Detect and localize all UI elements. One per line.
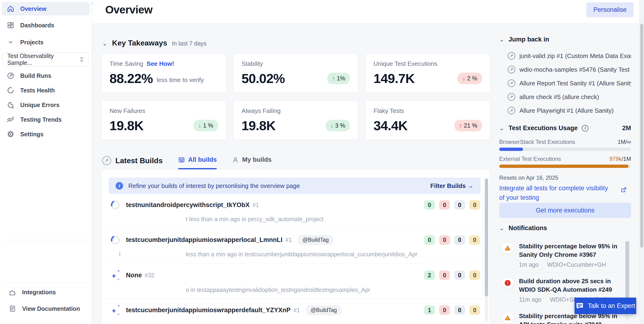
build-wrench-icon xyxy=(508,93,515,101)
trend-badge: ↓3 % xyxy=(326,120,350,131)
build-status-counts: 0 0 0 0 xyxy=(424,200,480,210)
warning-triangle-icon xyxy=(502,242,514,254)
build-name[interactable]: testcucumberjunitdappiumioswrapperdefaul… xyxy=(126,306,290,314)
notification-time: 1m ago xyxy=(519,261,538,268)
talk-to-expert-button[interactable]: Talk to an Expert xyxy=(574,298,636,314)
notifications-title: Notifications xyxy=(508,225,547,232)
sidebar-item-overview[interactable]: Overview xyxy=(2,2,90,16)
key-takeaways-header: ⌄ Key Takeaways In last 7 days xyxy=(102,39,206,47)
usage-header: ⌄ Test Executions Usage i 2M xyxy=(499,124,631,132)
personalise-button[interactable]: Personalise xyxy=(586,2,634,17)
builds-scrollbar-thumb[interactable] xyxy=(485,179,488,296)
sidebar-item-label: Settings xyxy=(20,131,44,138)
metric-label: New Failures xyxy=(110,107,145,115)
tab-label: All builds xyxy=(188,156,217,164)
right-panel: ⌄ Jump back in junit-valid zip #1 (Custo… xyxy=(499,24,631,324)
metric-value: 34.4K xyxy=(374,118,407,133)
failed-count-badge: 0 xyxy=(439,305,450,315)
trend-badge: ↑1% xyxy=(327,73,350,84)
metric-value: 88.22% xyxy=(110,71,153,86)
meter-value: 979k/1M xyxy=(610,156,631,162)
meter-label: BrowserStack Test Executions xyxy=(499,139,575,145)
trend-badge: ↓1 % xyxy=(194,120,218,131)
filter-builds-link[interactable]: Filter Builds → xyxy=(430,182,474,190)
build-tag-badge: @BuildTag xyxy=(306,305,342,315)
latest-builds-panel: i Refine your builds of interest by pers… xyxy=(101,169,490,324)
meter-used: 979k xyxy=(610,156,622,162)
build-running-spinner-icon xyxy=(110,199,121,211)
build-name[interactable]: testcucumberjunitdappiumioswrapperlocal_… xyxy=(126,236,282,244)
project-selector[interactable]: Test Observability Sample... xyxy=(3,52,89,67)
passed-count-badge: 0 xyxy=(424,235,435,245)
metric-card-unique-test-executions: Unique Test Executions 149.7K ↓2 % xyxy=(365,53,490,93)
usage-total: 2M xyxy=(622,124,631,132)
metric-card-always-failing: Always Failing 19.8K ↓3 % xyxy=(233,100,358,140)
jump-back-item[interactable]: allure check #5 (allure check) xyxy=(508,90,631,104)
sidebar-item-label: Overview xyxy=(20,6,46,12)
sidebar-section-projects[interactable]: Projects xyxy=(2,35,90,49)
sidebar: Overview Dashboards Projects Test Observ… xyxy=(0,0,92,324)
collapse-chevron-icon[interactable]: ⌄ xyxy=(499,124,504,132)
notification-title: Build duration above 25 secs in WDIO SDK… xyxy=(519,277,619,294)
key-takeaways-subtitle: In last 7 days xyxy=(172,40,206,47)
trend-badge: ↓2 % xyxy=(458,73,482,84)
build-name[interactable]: None xyxy=(126,272,142,279)
build-status-counts: 0 0 0 0 xyxy=(424,235,480,245)
sidebar-item-build-runs[interactable]: Build Runs xyxy=(2,69,90,83)
tab-all-builds[interactable]: All builds xyxy=(178,156,217,169)
sidebar-item-testing-trends[interactable]: Testing Trends xyxy=(2,113,90,126)
sidebar-item-unique-errors[interactable]: Unique Errors xyxy=(2,98,90,112)
build-meta: t less than a min ago in percy_sdk_autom… xyxy=(186,216,480,223)
sidebar-item-tests-health[interactable]: Tests Health xyxy=(2,83,90,97)
builds-scrollbar xyxy=(485,178,488,322)
metric-label: Time Saving xyxy=(110,60,144,67)
usage-meter-row: External Test Executions 979k/1M xyxy=(499,156,631,162)
tab-label: My builds xyxy=(242,156,272,164)
jump-back-item[interactable]: Allure Report Test Sanity #1 (Allure San… xyxy=(508,76,631,90)
build-meta: less than a min ago in testcucumberjunit… xyxy=(186,251,480,258)
integrate-tests-link[interactable]: Integrate all tests for complete visibil… xyxy=(499,184,612,202)
get-more-executions-button[interactable]: Get more executions xyxy=(499,203,631,218)
external-link-icon[interactable] xyxy=(621,187,627,193)
trend-badge: ↑21 % xyxy=(454,120,482,131)
sidebar-item-settings[interactable]: ⚙ Settings xyxy=(2,127,90,141)
info-icon: i xyxy=(116,182,123,190)
passed-count-badge: 2 xyxy=(424,270,435,280)
info-icon[interactable]: i xyxy=(582,125,588,132)
sidebar-item-label: Integrations xyxy=(22,289,56,296)
jump-back-item[interactable]: Allure Playwright #1 (Allure Sanity) xyxy=(508,104,631,117)
tab-my-builds[interactable]: My builds xyxy=(232,156,272,169)
notifications-scrollbar-thumb[interactable] xyxy=(626,241,629,307)
jump-back-item[interactable]: junit-valid zip #1 (Custom Meta Data Exa… xyxy=(508,49,631,63)
sidebar-item-label: Build Runs xyxy=(20,72,51,79)
metric-value: 19.8K xyxy=(110,118,144,133)
sidebar-item-label: Tests Health xyxy=(20,87,55,94)
see-how-link[interactable]: See How! xyxy=(147,60,174,67)
collapse-chevron-icon[interactable]: ⌄ xyxy=(499,225,504,232)
build-row[interactable]: ✦✦✦ None #32 2 0 0 0 o in testappaaaytes… xyxy=(102,264,490,299)
usage-link-row: Integrate all tests for complete visibil… xyxy=(499,184,631,202)
meter-label: External Test Executions xyxy=(499,156,561,162)
skipped-count-badge: 0 xyxy=(454,270,465,280)
notification-item[interactable]: Stability percentage below 95% in Sanity… xyxy=(499,238,631,273)
tests-health-icon xyxy=(6,87,14,94)
page-scrollbar-thumb[interactable] xyxy=(640,24,643,248)
usage-reset-date: Resets on Apr 16, 2025 xyxy=(499,175,631,181)
jump-back-in-header: ⌄ Jump back in xyxy=(499,36,631,43)
trend-value: 21 % xyxy=(464,122,477,129)
meter-limit: /1M xyxy=(622,156,631,162)
collapse-chevron-icon[interactable]: ⌄ xyxy=(499,36,504,43)
unique-errors-icon xyxy=(6,101,14,109)
sidebar-item-integrations[interactable]: Integrations xyxy=(4,285,88,299)
jump-back-item[interactable]: wdio-mocha-samples #5476 (Sanity Test ..… xyxy=(508,63,631,76)
build-row[interactable]: testnunitandroidpercywithscript_tkYObX #… xyxy=(102,194,490,229)
collapse-chevron-icon[interactable]: ⌄ xyxy=(102,40,107,47)
build-row[interactable]: ✦✦✦ testcucumberjunitdappiumioswrapperde… xyxy=(102,299,490,324)
build-wrench-icon xyxy=(508,107,515,114)
build-row[interactable]: testcucumberjunitdappiumioswrapperlocal_… xyxy=(102,229,490,264)
puzzle-icon xyxy=(8,288,16,296)
usage-progress-fill xyxy=(499,148,523,151)
sidebar-item-dashboards[interactable]: Dashboards xyxy=(2,18,90,32)
build-name[interactable]: testnunitandroidpercywithscript_tkYObX xyxy=(126,201,250,209)
sidebar-item-view-documentation[interactable]: View Documentation xyxy=(4,302,88,315)
